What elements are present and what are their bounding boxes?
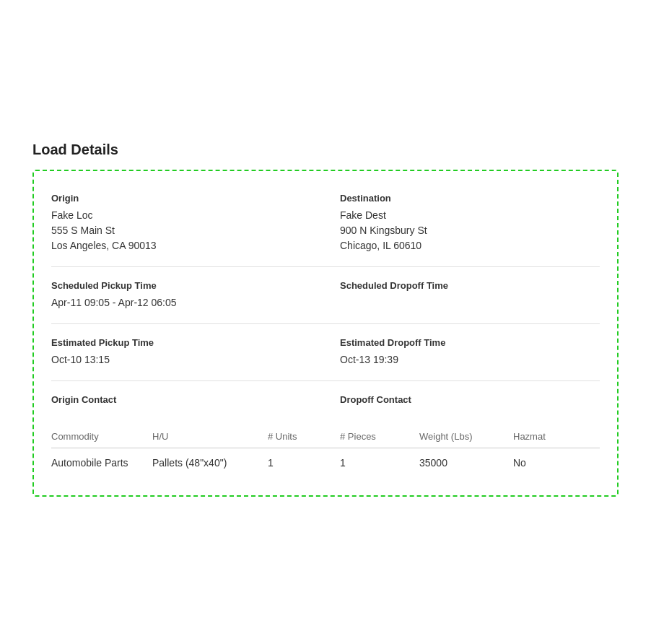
- dropoff-contact-label: Dropoff Contact: [340, 394, 600, 405]
- destination-city-state-zip: Chicago, IL 60610: [340, 238, 600, 253]
- cell-hazmat: No: [513, 456, 585, 471]
- estimated-dropoff-block: Estimated Dropoff Time Oct-13 19:39: [326, 330, 600, 375]
- scheduled-dropoff-block: Scheduled Dropoff Time: [326, 273, 600, 318]
- load-details-card: Load Details Origin Fake Loc 555 S Main …: [15, 127, 636, 517]
- estimated-row: Estimated Pickup Time Oct-10 13:15 Estim…: [51, 330, 600, 375]
- scheduled-row: Scheduled Pickup Time Apr-11 09:05 - Apr…: [51, 273, 600, 318]
- origin-contact-block: Origin Contact: [51, 387, 326, 417]
- divider-1: [51, 266, 600, 267]
- origin-city-state-zip: Los Angeles, CA 90013: [51, 238, 326, 253]
- cell-pieces: 1: [340, 456, 419, 471]
- dropoff-contact-block: Dropoff Contact: [326, 387, 600, 417]
- header-hazmat: Hazmat: [513, 431, 585, 442]
- divider-2: [51, 323, 600, 324]
- scheduled-pickup-value: Apr-11 09:05 - Apr-12 06:05: [51, 295, 326, 310]
- commodity-table: Commodity H/U # Units # Pieces Weight (L…: [51, 425, 600, 478]
- origin-contact-label: Origin Contact: [51, 394, 326, 405]
- header-commodity: Commodity: [51, 431, 152, 442]
- cell-weight: 35000: [419, 456, 513, 471]
- origin-destination-row: Origin Fake Loc 555 S Main St Los Angele…: [51, 186, 600, 261]
- details-box: Origin Fake Loc 555 S Main St Los Angele…: [32, 170, 619, 497]
- header-units: # Units: [268, 431, 340, 442]
- scheduled-pickup-label: Scheduled Pickup Time: [51, 280, 326, 291]
- cell-commodity: Automobile Parts: [51, 456, 152, 471]
- origin-label: Origin: [51, 193, 326, 204]
- origin-block: Origin Fake Loc 555 S Main St Los Angele…: [51, 186, 326, 261]
- destination-block: Destination Fake Dest 900 N Kingsbury St…: [326, 186, 600, 261]
- destination-name: Fake Dest: [340, 208, 600, 223]
- contact-row: Origin Contact Dropoff Contact: [51, 387, 600, 417]
- divider-3: [51, 380, 600, 381]
- scheduled-dropoff-label: Scheduled Dropoff Time: [340, 280, 600, 291]
- estimated-pickup-label: Estimated Pickup Time: [51, 337, 326, 348]
- destination-label: Destination: [340, 193, 600, 204]
- cell-units: 1: [268, 456, 340, 471]
- estimated-dropoff-value: Oct-13 19:39: [340, 352, 600, 367]
- header-pieces: # Pieces: [340, 431, 419, 442]
- header-hu: H/U: [152, 431, 268, 442]
- estimated-pickup-block: Estimated Pickup Time Oct-10 13:15: [51, 330, 326, 375]
- table-row: Automobile Parts Pallets (48"x40") 1 1 3…: [51, 448, 600, 478]
- origin-address1: 555 S Main St: [51, 223, 326, 238]
- table-header-row: Commodity H/U # Units # Pieces Weight (L…: [51, 425, 600, 448]
- cell-hu: Pallets (48"x40"): [152, 456, 268, 471]
- header-weight: Weight (Lbs): [419, 431, 513, 442]
- estimated-dropoff-label: Estimated Dropoff Time: [340, 337, 600, 348]
- destination-address1: 900 N Kingsbury St: [340, 223, 600, 238]
- scheduled-pickup-block: Scheduled Pickup Time Apr-11 09:05 - Apr…: [51, 273, 326, 318]
- estimated-pickup-value: Oct-10 13:15: [51, 352, 326, 367]
- page-title: Load Details: [32, 142, 619, 158]
- origin-name: Fake Loc: [51, 208, 326, 223]
